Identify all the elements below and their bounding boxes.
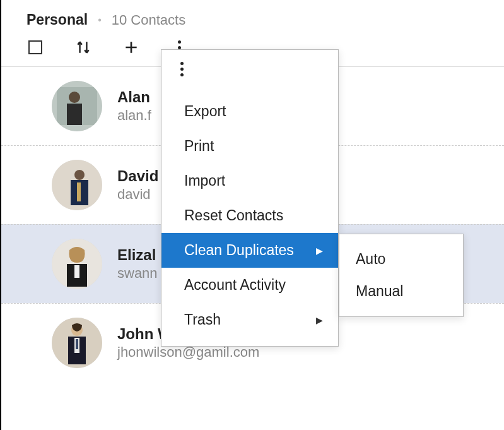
menu-item-clean-duplicates[interactable]: Clean Duplicates ▶ bbox=[161, 233, 338, 268]
svg-rect-7 bbox=[77, 182, 81, 201]
clean-duplicates-submenu: Auto Manual bbox=[339, 234, 464, 317]
menu-item-print[interactable]: Print bbox=[161, 129, 338, 164]
svg-rect-16 bbox=[76, 339, 78, 349]
avatar bbox=[52, 160, 102, 210]
menu-label: Export bbox=[184, 103, 226, 120]
sort-icon[interactable] bbox=[73, 37, 93, 57]
select-all-checkbox[interactable] bbox=[25, 37, 45, 57]
menu-item-reset-contacts[interactable]: Reset Contacts bbox=[161, 198, 338, 233]
svg-rect-11 bbox=[74, 265, 79, 278]
avatar bbox=[52, 81, 102, 131]
svg-point-2 bbox=[69, 92, 80, 103]
svg-rect-3 bbox=[67, 104, 82, 125]
submenu-item-manual[interactable]: Manual bbox=[339, 275, 463, 308]
menu-label: Trash bbox=[184, 311, 221, 328]
chevron-right-icon: ▶ bbox=[316, 246, 323, 256]
menu-trigger-area bbox=[161, 50, 338, 88]
menu-label: Clean Duplicates bbox=[184, 242, 294, 259]
contact-name: David bbox=[117, 167, 158, 185]
separator-dot: • bbox=[98, 15, 102, 26]
chevron-right-icon: ▶ bbox=[316, 315, 323, 325]
contact-email: david bbox=[117, 186, 158, 203]
contact-name: Elizal bbox=[117, 246, 158, 264]
avatar bbox=[52, 239, 102, 289]
context-menu: Export Print Import Reset Contacts Clean… bbox=[161, 49, 339, 347]
menu-item-trash[interactable]: Trash ▶ bbox=[161, 302, 338, 337]
menu-label: Account Activity bbox=[184, 277, 286, 294]
submenu-item-auto[interactable]: Auto bbox=[339, 243, 463, 275]
menu-item-export[interactable]: Export bbox=[161, 94, 338, 129]
menu-item-account-activity[interactable]: Account Activity bbox=[161, 268, 338, 302]
contact-email: alan.f bbox=[117, 107, 151, 124]
kebab-icon bbox=[180, 62, 184, 76]
menu-label: Import bbox=[184, 172, 225, 189]
avatar bbox=[52, 318, 102, 368]
submenu-label: Manual bbox=[356, 283, 403, 299]
add-contact-button[interactable] bbox=[121, 37, 141, 57]
menu-label: Print bbox=[184, 138, 214, 155]
contact-name: Alan bbox=[117, 88, 151, 106]
svg-point-5 bbox=[74, 170, 85, 180]
contact-count: 10 Contacts bbox=[112, 12, 185, 28]
menu-item-import[interactable]: Import bbox=[161, 164, 338, 198]
submenu-label: Auto bbox=[356, 251, 385, 267]
contact-email: swann bbox=[117, 265, 158, 282]
header: Personal • 10 Contacts bbox=[1, 11, 504, 28]
page-title: Personal bbox=[26, 11, 88, 28]
menu-label: Reset Contacts bbox=[184, 207, 283, 224]
